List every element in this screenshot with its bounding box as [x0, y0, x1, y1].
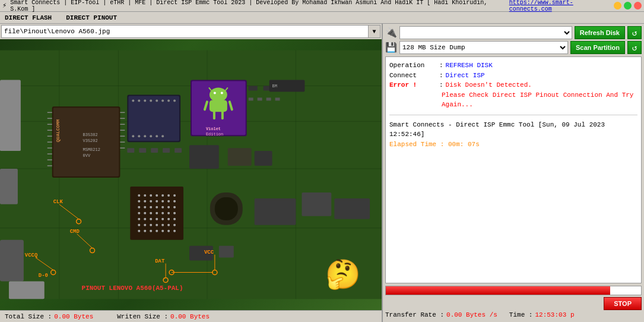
svg-text:VCC: VCC [204, 250, 214, 255]
svg-rect-72 [267, 97, 271, 100]
svg-point-87 [161, 194, 164, 197]
main-layout: ▼ [0, 24, 644, 322]
log-error-value1: Disk Doesn't Detected. [446, 80, 532, 90]
svg-point-130 [167, 230, 170, 232]
menu-direct-flash[interactable]: DIRECT FLASH [2, 13, 54, 23]
svg-rect-138 [219, 246, 234, 258]
svg-point-55 [210, 87, 227, 102]
svg-rect-13 [52, 106, 120, 178]
svg-point-110 [173, 212, 176, 214]
svg-line-58 [209, 87, 211, 90]
svg-point-129 [161, 230, 164, 232]
menu-bar: DIRECT FLASH DIRECT PINOUT [0, 12, 644, 24]
svg-rect-81 [175, 148, 182, 153]
disk-select-row: 🔌 Refresh Disk ↺ [385, 26, 642, 39]
svg-text:Violet: Violet [206, 127, 221, 131]
svg-point-114 [156, 218, 158, 220]
right-status-bar: Transfer Rate : 0.00 Bytes /s Time : 12:… [385, 310, 642, 320]
svg-rect-75 [228, 148, 252, 166]
total-size-label: Total Size : [5, 313, 52, 320]
svg-rect-68 [264, 86, 272, 90]
svg-point-88 [167, 194, 170, 197]
menu-direct-pinout[interactable]: DIRECT PINOUT [64, 13, 119, 23]
svg-point-116 [167, 218, 170, 220]
minimize-button[interactable] [614, 2, 621, 10]
svg-rect-0 [0, 50, 382, 299]
log-info-line: Smart Connects - Direct ISP Emmc Tool [S… [389, 120, 637, 140]
svg-point-90 [138, 200, 140, 203]
file-path-dropdown-button[interactable]: ▼ [368, 26, 380, 37]
right-panel: 🔌 Refresh Disk ↺ 💾 128 MB Size Dump Scan… [383, 24, 644, 322]
svg-point-52 [161, 135, 164, 137]
status-bar-bottom: Total Size : 0.00 Bytes Writen Size : 0.… [0, 310, 382, 322]
log-error-line1: Error ! : Disk Doesn't Detected. [389, 80, 637, 90]
svg-rect-71 [258, 97, 262, 100]
log-error-line2: Please Check Direct ISP Pinout Connectio… [389, 90, 637, 110]
svg-rect-9 [0, 80, 21, 151]
transfer-rate-display: Transfer Rate : 0.00 Bytes /s [385, 311, 497, 318]
svg-text:PINOUT LENOVO A560(A5-PAL): PINOUT LENOVO A560(A5-PAL) [82, 285, 183, 292]
log-area: Operation : REFRESH DISK Connect : Direc… [385, 56, 642, 283]
disk-select-dropdown[interactable] [399, 26, 572, 39]
svg-rect-14 [53, 108, 119, 176]
log-error-key: Error ! [389, 80, 437, 90]
svg-point-85 [150, 194, 152, 197]
svg-point-126 [144, 230, 146, 232]
svg-line-147 [36, 258, 53, 270]
svg-point-143 [169, 270, 174, 275]
svg-point-109 [167, 212, 170, 214]
svg-point-108 [161, 212, 164, 214]
refresh-disk-button[interactable]: Refresh Disk [575, 26, 625, 39]
svg-text:🤔: 🤔 [325, 257, 361, 292]
log-operation-key: Operation [389, 61, 437, 71]
svg-point-111 [138, 218, 140, 220]
log-divider [389, 115, 637, 115]
stop-button[interactable]: STOP [604, 297, 642, 310]
svg-rect-70 [249, 97, 253, 100]
svg-point-141 [51, 270, 56, 275]
title-link[interactable]: https://www.smart-connects.com [509, 0, 614, 12]
svg-rect-54 [192, 81, 246, 135]
svg-rect-53 [191, 80, 247, 136]
svg-point-46 [173, 99, 176, 102]
maximize-button[interactable] [624, 2, 632, 10]
svg-rect-73 [275, 97, 280, 100]
progress-bar-fill [386, 286, 610, 295]
scan-partition-icon-button[interactable]: ↺ [627, 41, 642, 54]
svg-line-145 [59, 204, 79, 219]
svg-point-99 [150, 206, 152, 209]
svg-rect-74 [189, 145, 219, 169]
app-logo-icon: ⚡ [2, 1, 7, 10]
svg-line-59 [226, 87, 228, 90]
svg-rect-77 [127, 148, 134, 153]
refresh-disk-icon-button[interactable]: ↺ [627, 26, 642, 39]
svg-point-56 [214, 91, 216, 94]
close-button[interactable] [634, 2, 642, 10]
hdd-icon: 💾 [385, 42, 397, 53]
svg-point-106 [150, 212, 152, 214]
svg-point-48 [138, 135, 140, 137]
svg-text:CMD: CMD [70, 229, 80, 235]
svg-point-124 [173, 224, 176, 226]
size-select-dropdown[interactable]: 128 MB Size Dump [399, 41, 568, 54]
progress-bar-container [385, 286, 642, 295]
svg-point-41 [144, 99, 146, 102]
log-connect-value: Direct ISP [446, 71, 485, 81]
svg-point-107 [156, 212, 158, 214]
svg-text:QUALCOMM: QUALCOMM [55, 119, 61, 142]
svg-rect-82 [130, 187, 183, 240]
svg-rect-12 [9, 281, 45, 299]
svg-point-97 [138, 206, 140, 209]
svg-point-118 [138, 224, 140, 226]
svg-point-39 [132, 99, 134, 102]
total-size-value: 0.00 Bytes [54, 313, 93, 320]
svg-text:Edition: Edition [206, 132, 223, 137]
svg-point-125 [138, 230, 140, 232]
svg-point-128 [156, 230, 158, 232]
scan-partition-button[interactable]: Scan Partition [570, 41, 625, 54]
file-path-input[interactable] [2, 28, 368, 35]
svg-point-95 [167, 200, 170, 203]
svg-point-42 [150, 99, 152, 102]
svg-point-96 [173, 200, 176, 203]
svg-point-50 [150, 135, 152, 137]
